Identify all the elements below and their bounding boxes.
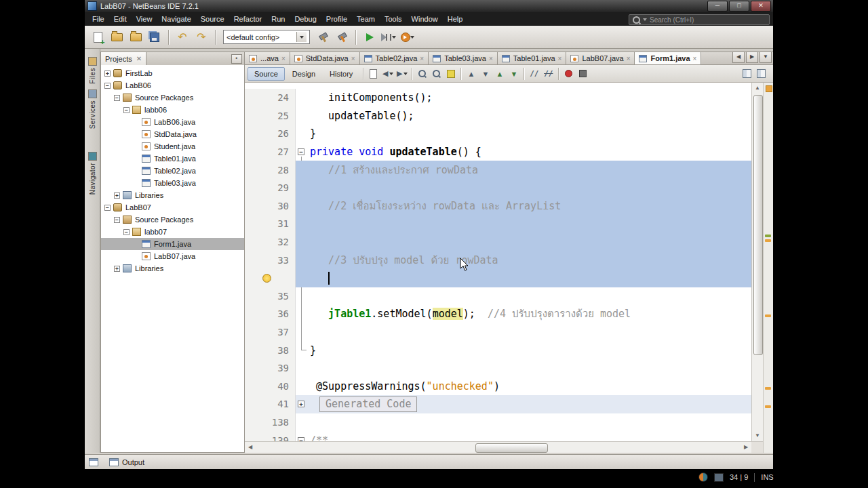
record-macro-button[interactable]	[562, 67, 575, 80]
scroll-right-icon[interactable]: ▶	[742, 443, 750, 451]
expander-plus-icon[interactable]: +	[114, 266, 120, 272]
stop-macro-button[interactable]	[576, 67, 589, 80]
code-line-38[interactable]: 38}	[245, 341, 751, 359]
expander-minus-icon[interactable]: −	[114, 95, 120, 101]
menu-edit[interactable]: Edit	[109, 14, 132, 24]
menu-team[interactable]: Team	[352, 14, 380, 24]
fold-minus-icon[interactable]: −	[298, 148, 304, 155]
tree-item-libraries[interactable]: +Libraries	[101, 189, 244, 201]
comment-button[interactable]: //	[528, 67, 540, 80]
scroll-down-icon[interactable]: ▼	[753, 432, 762, 440]
redo-button[interactable]: ↷	[193, 28, 210, 46]
notification-icon[interactable]	[698, 472, 708, 482]
code-line-36[interactable]: 36 jTable1.setModel(model); //4 ปรับปรุง…	[245, 305, 751, 323]
code-line-37[interactable]: 37	[245, 323, 751, 342]
vertical-scroll-thumb[interactable]	[753, 95, 763, 355]
undo-button[interactable]: ↶	[174, 28, 191, 46]
menu-refactor[interactable]: Refactor	[229, 14, 267, 24]
annotate-button[interactable]	[755, 67, 768, 80]
strip-navigator[interactable]: Navigator	[88, 152, 97, 195]
strip-services[interactable]: Services	[88, 89, 97, 129]
code-line-31[interactable]: 31	[245, 215, 751, 233]
debug-dropdown-icon[interactable]	[392, 36, 396, 39]
minimize-button[interactable]: ─	[707, 1, 728, 12]
forward-button[interactable]: ▶	[395, 67, 408, 80]
tab-close-icon[interactable]: ×	[693, 55, 697, 62]
tree-item-source-packages[interactable]: −Source Packages	[101, 92, 244, 104]
code-line-40[interactable]: 40 @SuppressWarnings("unchecked")	[245, 378, 751, 396]
tree-item-labb06-java[interactable]: LabB06.java	[101, 116, 244, 128]
tab-close-icon[interactable]: ×	[281, 55, 285, 62]
menu-tools[interactable]: Tools	[380, 14, 407, 24]
expander-minus-icon[interactable]: −	[104, 205, 111, 211]
output-tab[interactable]: Output	[105, 457, 149, 468]
search-dropdown-icon[interactable]	[643, 18, 647, 21]
menu-debug[interactable]: Debug	[290, 14, 321, 24]
scroll-up-icon[interactable]: ▲	[753, 84, 762, 92]
tree-item-student-java[interactable]: Student.java	[101, 140, 244, 152]
tree-item-table02-java[interactable]: Table02.java	[101, 165, 244, 177]
menu-run[interactable]: Run	[267, 14, 290, 24]
title-bar[interactable]: LabB07 - NetBeans IDE 7.2.1 ─ □ ✕	[85, 0, 773, 12]
view-design-button[interactable]: Design	[285, 67, 322, 81]
diff-button[interactable]	[741, 67, 753, 80]
tree-item-firstlab[interactable]: +FirstLab	[101, 67, 244, 79]
code-line-35[interactable]: 35	[245, 287, 751, 306]
tree-item-labb06[interactable]: −labb06	[101, 104, 244, 116]
tree-item-source-packages[interactable]: −Source Packages	[101, 214, 244, 226]
tree-item-labb06[interactable]: −LabB06	[101, 79, 244, 92]
find-next-button[interactable]	[430, 67, 443, 80]
vertical-scrollbar[interactable]: ▲ ▼	[751, 83, 763, 441]
code-line-28[interactable]: 28 //1 สร้างและประกาศ rowData	[245, 161, 751, 179]
stripe-mark[interactable]	[765, 314, 771, 317]
new-file-button[interactable]	[89, 28, 106, 46]
uncomment-button[interactable]: //	[542, 67, 555, 80]
strip-files[interactable]: Files	[88, 57, 97, 84]
lightbulb-icon[interactable]	[262, 274, 271, 283]
collapsed-fold-generated-code[interactable]: Generated Code	[319, 396, 417, 412]
profile-dropdown-icon[interactable]	[410, 36, 414, 39]
tree-item-table01-java[interactable]: Table01.java	[101, 152, 244, 165]
close-icon[interactable]: ✕	[136, 55, 142, 62]
error-stripe-status-icon[interactable]	[766, 85, 772, 92]
stripe-mark[interactable]	[765, 405, 771, 408]
tab-close-icon[interactable]: ×	[489, 55, 493, 62]
config-select[interactable]: <default config>	[223, 30, 310, 44]
tab-close-icon[interactable]: ×	[558, 55, 562, 62]
tab-table02-java[interactable]: Table02.java×	[360, 52, 429, 64]
tree-item-form1-java[interactable]: Form1.java	[101, 238, 244, 250]
horizontal-scroll-thumb[interactable]	[475, 443, 548, 453]
tab-scroll-left-button[interactable]: ◀	[732, 52, 745, 63]
tree-item-labb07[interactable]: −LabB07	[101, 201, 244, 214]
menu-window[interactable]: Window	[407, 14, 443, 24]
scroll-left-icon[interactable]: ◀	[246, 443, 254, 451]
back-button[interactable]: ◀	[381, 67, 394, 80]
code-line-41[interactable]: 41+ Generated Code	[245, 395, 751, 413]
menu-file[interactable]: File	[87, 14, 109, 24]
build-button[interactable]	[314, 28, 332, 46]
tab-close-icon[interactable]: ×	[420, 55, 424, 62]
expander-minus-icon[interactable]: −	[114, 217, 120, 223]
chevron-down-icon[interactable]	[296, 32, 307, 42]
menu-navigate[interactable]: Navigate	[157, 14, 195, 24]
code-line-24[interactable]: 24 initComponents();	[245, 89, 751, 107]
stripe-mark[interactable]	[765, 235, 771, 237]
tree-item-labb07[interactable]: −labb07	[101, 226, 244, 238]
quick-search-input[interactable]: Search (Ctrl+I)	[629, 14, 770, 25]
tab-form1-java[interactable]: Form1.java×	[635, 52, 701, 64]
expander-plus-icon[interactable]: +	[114, 192, 120, 199]
menu-help[interactable]: Help	[443, 14, 468, 24]
last-edit-button[interactable]	[367, 67, 380, 80]
previous-bookmark-button[interactable]: ▲	[465, 67, 477, 80]
find-selection-button[interactable]	[416, 67, 429, 80]
expander-minus-icon[interactable]: −	[104, 83, 111, 89]
tab-labb07-java[interactable]: LabB07.java×	[566, 52, 635, 64]
tab-table03-java[interactable]: Table03.java×	[429, 52, 498, 64]
tab--ava[interactable]: ...ava×	[245, 52, 290, 64]
code-line-138[interactable]: 138	[245, 413, 751, 432]
tab-projects[interactable]: Projects ✕	[101, 52, 146, 65]
code-editor[interactable]: 24 initComponents();25 updateTable();26}…	[245, 83, 751, 441]
tree-item-libraries[interactable]: +Libraries	[101, 262, 244, 274]
tab-table01-java[interactable]: Table01.java×	[498, 52, 567, 64]
menu-source[interactable]: Source	[196, 14, 229, 24]
